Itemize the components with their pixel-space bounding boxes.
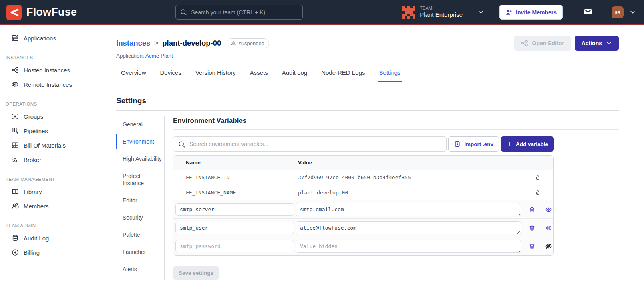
trash-icon xyxy=(529,224,535,232)
table-icon xyxy=(11,141,19,149)
navbar-right: TEAM: Plant Enterprise Invite Members xyxy=(394,0,644,24)
tab-overview[interactable]: Overview xyxy=(120,66,147,82)
chevron-down-icon xyxy=(629,9,636,16)
table-header-row: Name Value xyxy=(173,156,553,170)
sidebar-item-members[interactable]: Members xyxy=(0,199,105,213)
actions-button[interactable]: Actions xyxy=(575,36,619,51)
flowfuse-app: FlowFuse xyxy=(0,0,644,284)
sidebar-item-pipelines[interactable]: Pipelines xyxy=(0,124,105,138)
fork-icon xyxy=(521,39,529,47)
sidebar-section-instances: INSTANCES xyxy=(6,55,105,60)
settings-nav-security[interactable]: Security xyxy=(116,210,164,225)
save-settings-button[interactable]: Save settings xyxy=(173,266,219,280)
env-var-name: FF_INSTANCE_NAME xyxy=(173,185,294,200)
lock-icon xyxy=(522,174,553,181)
lock-icon xyxy=(522,189,553,196)
chevron-down-icon xyxy=(606,40,612,46)
status-badge: suspended xyxy=(227,38,269,48)
sidebar-item-remote-instances[interactable]: Remote Instances xyxy=(0,77,105,92)
team-name: Plant Enterprise xyxy=(420,11,463,19)
breadcrumb-instances-link[interactable]: Instances xyxy=(116,39,150,48)
sidebar-item-audit-log[interactable]: Audit Log xyxy=(0,231,105,245)
breadcrumb: Instances > plant-develop-00 suspended O… xyxy=(116,36,619,51)
tab-node-red-logs[interactable]: Node-RED Logs xyxy=(320,66,366,82)
sidebar-item-groups[interactable]: Groups xyxy=(0,109,105,124)
table-row: FF_INSTANCE_NAME plant-develop-00 xyxy=(173,185,553,200)
tab-assets[interactable]: Assets xyxy=(249,66,269,82)
eye-icon xyxy=(545,224,553,232)
eye-off-icon xyxy=(545,242,553,250)
settings-nav-environment[interactable]: Environment xyxy=(116,134,164,149)
sidebar-section-team-management: TEAM MANAGEMENT xyxy=(6,177,105,182)
table-row xyxy=(173,219,553,237)
team-selector[interactable]: TEAM: Plant Enterprise xyxy=(394,0,490,24)
sidebar-item-bill-of-materials[interactable]: Bill Of Materials xyxy=(0,138,105,152)
settings-nav-general[interactable]: General xyxy=(116,117,164,132)
users-icon xyxy=(11,202,19,210)
top-navbar: FlowFuse xyxy=(0,0,644,25)
user-menu[interactable]: aa xyxy=(603,0,644,24)
settings-nav-launcher[interactable]: Launcher xyxy=(116,244,164,260)
trash-icon xyxy=(529,243,535,250)
sidebar-item-broker[interactable]: Broker xyxy=(0,152,105,167)
toggle-visibility-button[interactable] xyxy=(545,206,553,213)
database-icon xyxy=(11,234,19,242)
settings-nav-alerts[interactable]: Alerts xyxy=(116,262,164,277)
tab-devices[interactable]: Devices xyxy=(159,66,182,82)
user-avatar: aa xyxy=(612,6,624,18)
instance-name: plant-develop-00 xyxy=(162,39,221,48)
settings-nav-editor[interactable]: Editor xyxy=(116,193,164,208)
environment-panel: Environment Variables xyxy=(165,116,619,280)
env-var-value: 37f7d969-97cd-4000-b650-b3d4f4eef855 xyxy=(294,170,522,185)
tab-audit-log[interactable]: Audit Log xyxy=(281,66,308,82)
trash-icon xyxy=(529,206,535,213)
sidebar-item-billing[interactable]: $ Billing xyxy=(0,245,105,260)
warning-icon xyxy=(231,40,236,46)
env-var-name-input[interactable] xyxy=(175,222,294,234)
plus-icon xyxy=(506,141,513,147)
column-header-name: Name xyxy=(173,156,294,170)
pipelines-icon xyxy=(11,127,19,135)
delete-variable-button[interactable] xyxy=(529,243,535,250)
table-row xyxy=(173,237,553,255)
delete-variable-button[interactable] xyxy=(529,224,535,232)
sidebar-section-team-admin: TEAM ADMIN xyxy=(6,223,105,228)
import-env-button[interactable]: Import .env xyxy=(448,136,499,152)
team-avatar xyxy=(402,6,415,19)
dollar-icon: $ xyxy=(11,248,19,256)
table-row: FF_INSTANCE_ID 37f7d969-97cd-4000-b650-b… xyxy=(173,170,553,185)
settings-nav-high-availability[interactable]: High Availability xyxy=(116,151,164,166)
application-link[interactable]: Acme Plant xyxy=(145,53,173,59)
settings-nav-palette[interactable]: Palette xyxy=(116,227,164,242)
brand-name: FlowFuse xyxy=(26,6,77,18)
main-content: Instances > plant-develop-00 suspended O… xyxy=(105,25,644,284)
env-var-name-input[interactable] xyxy=(175,203,294,216)
add-variable-button[interactable]: Add variable xyxy=(501,136,554,152)
env-var-name-input[interactable] xyxy=(175,240,294,252)
invite-members-button[interactable]: Invite Members xyxy=(499,5,563,20)
sidebar-item-library[interactable]: Library xyxy=(0,184,105,199)
settings-title: Settings xyxy=(116,96,619,105)
notifications-button[interactable] xyxy=(572,0,603,24)
toggle-visibility-button[interactable] xyxy=(545,224,553,232)
team-search-input[interactable] xyxy=(175,5,303,20)
sidebar-item-applications[interactable]: Applications xyxy=(0,31,105,45)
settings-nav-protect-instance[interactable]: Protect Instance xyxy=(116,168,164,191)
document-download-icon xyxy=(454,140,461,148)
delete-variable-button[interactable] xyxy=(529,206,535,213)
toggle-visibility-button[interactable] xyxy=(545,242,553,250)
eye-icon xyxy=(545,206,553,213)
team-label: TEAM: xyxy=(420,6,463,11)
env-var-value-input[interactable] xyxy=(296,203,521,216)
tab-settings[interactable]: Settings xyxy=(378,66,401,82)
env-search-input[interactable] xyxy=(173,136,447,152)
sidebar-item-hosted-instances[interactable]: Hosted Instances xyxy=(0,63,105,77)
tab-version-history[interactable]: Version History xyxy=(195,66,237,82)
instance-tabs: Overview Devices Version History Assets … xyxy=(105,66,644,82)
open-editor-button[interactable]: Open Editor xyxy=(514,36,571,51)
table-row xyxy=(173,200,553,219)
brand[interactable]: FlowFuse xyxy=(0,0,84,24)
sidebar-section-operations: OPERATIONS xyxy=(6,102,105,106)
env-var-value-input[interactable] xyxy=(296,221,521,234)
env-var-value-input[interactable] xyxy=(296,240,521,253)
